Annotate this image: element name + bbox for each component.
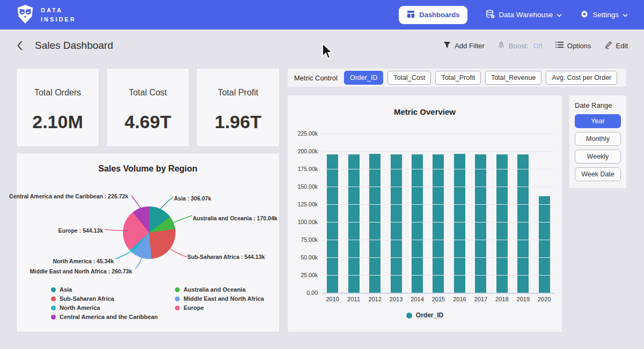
pie-legend-item[interactable]: Middle East and North Africa: [175, 295, 264, 302]
pie-legend-item[interactable]: Australia and Oceania: [175, 286, 264, 293]
callout-line: [135, 258, 142, 269]
metric-chip[interactable]: Total_Revenue: [485, 71, 541, 85]
pie-legend-item[interactable]: Sub-Saharan Africa: [51, 295, 158, 302]
bar[interactable]: [369, 154, 380, 293]
header-actions: Add Filter Boost: Off Options: [443, 41, 628, 50]
legend-label: Asia: [60, 286, 72, 293]
pie-legend-item[interactable]: Europe: [175, 305, 264, 311]
bar[interactable]: [433, 154, 444, 293]
data-warehouse-menu[interactable]: Data Warehouse: [486, 10, 562, 20]
gridline: [322, 293, 555, 294]
mouse-cursor: [321, 43, 334, 62]
sales-volume-card: Sales Volume by Region Asia : 306.07kAus…: [16, 153, 280, 332]
x-axis-tick: 2019: [513, 296, 533, 302]
bar[interactable]: [539, 196, 550, 293]
metric-overview-card: Metric Overview 0.0025.00k50.00k75.00k10…: [287, 95, 562, 332]
bar-chart-legend[interactable]: Order_ID: [288, 311, 562, 319]
pie-legend-column: AsiaSub-Saharan AfricaNorth AmericaCentr…: [51, 286, 158, 320]
bar[interactable]: [496, 154, 508, 293]
legend-label: Middle East and North Africa: [184, 295, 264, 302]
add-filter-button[interactable]: Add Filter: [443, 41, 485, 50]
y-axis-tick: 50.00k: [301, 254, 318, 261]
legend-label: Central America and the Caribbean: [60, 314, 158, 320]
pie-legend-item[interactable]: Central America and the Caribbean: [51, 314, 158, 320]
pie-chart-legend: AsiaSub-Saharan AfricaNorth AmericaCentr…: [51, 286, 264, 320]
settings-menu[interactable]: Settings: [580, 10, 628, 20]
pie-chart[interactable]: [123, 206, 175, 259]
y-axis-tick: 150.00k: [298, 183, 318, 190]
y-axis-tick: 0.00: [307, 289, 318, 296]
dashboards-nav-button[interactable]: Dashboards: [399, 6, 467, 24]
metric-chip[interactable]: Order_ID: [344, 71, 383, 85]
bar[interactable]: [327, 154, 338, 293]
bar[interactable]: [517, 154, 529, 293]
gridline: [322, 133, 555, 134]
top-nav-links: Dashboards Data Warehouse: [399, 6, 628, 24]
boost-toggle[interactable]: Boost: Off: [497, 41, 543, 50]
boost-label: Boost:: [509, 42, 529, 50]
edit-button[interactable]: Edit: [604, 41, 628, 50]
y-axis-tick: 200.00k: [298, 148, 318, 154]
kpi-card-1: Total Cost4.69T: [106, 68, 189, 147]
kpi-label: Total Profit: [218, 88, 259, 98]
date-range-button[interactable]: Week Date: [575, 167, 621, 181]
x-axis-tick: 2016: [449, 296, 470, 302]
page-title: Sales Dashboard: [35, 40, 113, 51]
callout-line: [115, 251, 131, 259]
kpi-label: Total Cost: [129, 88, 167, 98]
bar[interactable]: [475, 154, 486, 293]
pie-legend-column: Australia and OceaniaMiddle East and Nor…: [175, 286, 264, 320]
back-button[interactable]: [16, 40, 23, 51]
pie-legend-item[interactable]: North America: [51, 305, 158, 311]
gridline: [322, 204, 555, 205]
options-button[interactable]: Options: [555, 41, 591, 50]
x-axis-tick: 2017: [471, 296, 491, 302]
callout-line: [173, 216, 192, 222]
x-axis-tick: 2015: [428, 296, 449, 302]
filter-funnel-icon: [443, 41, 451, 50]
chevron-down-icon: [557, 11, 562, 19]
bar[interactable]: [348, 154, 360, 293]
metric-chip-group: Order_IDTotal_CostTotal_ProfitTotal_Reve…: [344, 71, 617, 85]
x-axis-tick: 2014: [407, 296, 428, 302]
gear-icon: [580, 10, 589, 20]
date-range-button[interactable]: Monthly: [575, 132, 621, 146]
settings-label: Settings: [592, 11, 619, 19]
kpi-card-0: Total Orders2.10M: [16, 68, 99, 147]
boost-value: Off: [533, 42, 543, 50]
metric-chip[interactable]: Total_Cost: [387, 71, 431, 85]
date-range-button[interactable]: Weekly: [575, 150, 621, 164]
pie-chart-title: Sales Volume by Region: [17, 164, 279, 174]
kpi-value: 4.69T: [125, 112, 171, 132]
pie-legend-item[interactable]: Asia: [51, 286, 158, 293]
brand-logo[interactable]: DATA INSIDER: [15, 4, 76, 26]
gridline: [322, 240, 555, 240]
date-range-button[interactable]: Year: [575, 114, 621, 128]
legend-dot: [175, 287, 180, 292]
bar[interactable]: [454, 154, 465, 293]
top-navigation-bar: DATA INSIDER Dashboards: [0, 0, 644, 29]
x-axis-tick: 2011: [343, 296, 364, 302]
legend-dot: [51, 287, 56, 292]
metric-chip[interactable]: Avg. Cost per Order: [546, 71, 617, 85]
metric-chip[interactable]: Total_Profit: [435, 71, 481, 85]
gridline: [322, 151, 555, 152]
legend-dot: [51, 315, 56, 320]
pie-slice-label: Central America and the Caribbean : 226.…: [9, 193, 128, 199]
owl-logo-icon: [15, 4, 35, 26]
bar[interactable]: [412, 154, 423, 293]
gridline: [322, 275, 555, 276]
pie-slice-label: Europe : 544.13k: [58, 227, 103, 234]
database-icon: [486, 10, 495, 20]
brand-name: DATA INSIDER: [41, 6, 76, 24]
legend-label: Sub-Saharan Africa: [60, 295, 114, 302]
bar[interactable]: [391, 154, 402, 293]
options-label: Options: [567, 42, 591, 50]
y-axis-tick: 25.00k: [301, 272, 318, 278]
add-filter-label: Add Filter: [455, 42, 485, 50]
bar-chart-title: Metric Overview: [288, 107, 562, 116]
list-icon: [555, 41, 564, 50]
legend-dot: [175, 306, 180, 310]
y-axis-tick: 125.00k: [298, 201, 318, 207]
date-range-label: Date Range: [575, 101, 621, 109]
